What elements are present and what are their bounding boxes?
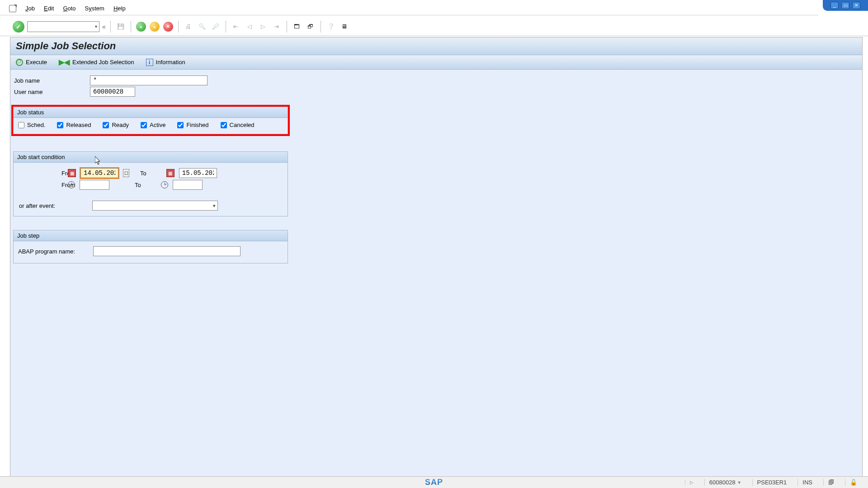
window-controls: _ ▭ ✕ (823, 0, 868, 11)
calendar-from-icon[interactable]: ▦ (68, 169, 76, 177)
document-icon[interactable] (9, 5, 16, 12)
information-button[interactable]: i Information (146, 59, 185, 66)
menu-system-label: System (85, 5, 104, 12)
to-time-label: To (135, 182, 141, 188)
status-icon-1[interactable]: 🗐 (823, 479, 839, 486)
finished-label: Finished (186, 122, 208, 128)
action-bar: Execute ▶◀ Extended Job Selection i Info… (10, 55, 862, 70)
user-name-input[interactable] (90, 87, 135, 97)
menu-job-label: ob (28, 5, 35, 12)
extended-label: Extended Job Selection (72, 59, 134, 66)
help-icon[interactable]: ❔ (326, 21, 336, 32)
prev-page-icon[interactable]: ◁ (244, 21, 255, 32)
shortcut-icon[interactable]: 🗗 (305, 21, 316, 32)
layout-icon[interactable]: 🖥 (339, 21, 350, 32)
toolbar-separator (321, 21, 321, 33)
cancel-button[interactable]: ✕ (163, 21, 174, 32)
menu-edit[interactable]: Edit (44, 5, 54, 12)
enter-button[interactable]: ✓ (13, 21, 24, 33)
toolbar-separator (131, 21, 131, 33)
toolbar-separator (287, 21, 287, 33)
execute-button[interactable]: Execute (16, 59, 47, 66)
content-area: Simple Job Selection Execute ▶◀ Extended… (10, 37, 863, 476)
print-icon[interactable]: 🖨 (183, 21, 194, 32)
execute-label: Execute (26, 59, 47, 66)
job-name-label: Job name (13, 77, 90, 84)
exit-button[interactable]: « (149, 21, 160, 32)
toolbar-separator (110, 21, 111, 33)
from-date-input[interactable] (80, 168, 118, 178)
execute-icon (16, 59, 23, 66)
calendar-to-icon[interactable]: ▦ (166, 169, 175, 177)
find-next-icon[interactable]: 🔎 (210, 21, 221, 32)
from-date-label: From (18, 170, 63, 177)
menu-goto-label: oto (68, 5, 76, 12)
extended-icon: ▶◀ (59, 58, 70, 66)
job-name-input[interactable] (90, 75, 208, 85)
status-icon-2[interactable]: 🔓 (845, 479, 862, 486)
active-label: Active (150, 122, 165, 128)
status-user[interactable]: 60080028 ▼ (704, 479, 746, 486)
last-page-icon[interactable]: ⇥ (271, 21, 282, 32)
menu-goto[interactable]: Goto (63, 5, 75, 12)
job-status-title: Job status (14, 107, 288, 118)
status-system: PSE03ER1 (752, 479, 792, 486)
canceled-checkbox[interactable]: Canceled (221, 122, 255, 128)
released-label: Released (66, 122, 91, 128)
from-time-label: From (18, 182, 63, 188)
menu-help-label: elp (118, 5, 125, 12)
menu-edit-label: dit (48, 5, 54, 12)
menu-help[interactable]: Help (113, 5, 126, 12)
save-icon[interactable]: 💾 (115, 21, 126, 32)
menu-system[interactable]: System (85, 5, 104, 12)
from-time-input[interactable] (80, 180, 109, 190)
back-button[interactable]: « (136, 21, 146, 32)
menu-job[interactable]: Job (25, 5, 35, 12)
status-mode: INS (797, 479, 817, 486)
minimize-button[interactable]: _ (830, 2, 839, 9)
finished-checkbox[interactable]: Finished (177, 122, 208, 128)
info-icon: i (146, 59, 153, 66)
first-page-icon[interactable]: ⇤ (231, 21, 241, 32)
job-start-condition-group: Job start condition From ▦ ☐ To ▦ From (13, 151, 288, 216)
clock-to-icon[interactable] (161, 181, 168, 188)
to-time-input[interactable] (173, 180, 203, 190)
after-event-combo[interactable] (92, 201, 218, 211)
page-title: Simple Job Selection (16, 40, 857, 52)
form-area: Job name User name Job status Sched. Rel… (10, 70, 862, 476)
page-title-bar: Simple Job Selection (10, 38, 862, 55)
status-nav[interactable]: ▷ (685, 480, 698, 485)
abap-program-input[interactable] (93, 246, 241, 256)
toolbar-separator (178, 21, 179, 33)
sched-label: Sched. (27, 122, 45, 128)
after-event-label: or after event: (19, 202, 55, 209)
to-date-input[interactable] (179, 168, 217, 178)
sched-checkbox[interactable]: Sched. (18, 122, 45, 128)
find-icon[interactable]: 🔍 (197, 21, 208, 32)
ready-checkbox[interactable]: Ready (103, 122, 129, 128)
toolbar: ✓ « 💾 « « ✕ 🖨 🔍 🔎 ⇤ ◁ ▷ ⇥ 🗔 🗗 ❔ 🖥 (0, 17, 868, 36)
close-button[interactable]: ✕ (852, 2, 860, 9)
clock-from-icon[interactable] (68, 181, 75, 188)
abap-program-label: ABAP program name: (18, 248, 93, 255)
maximize-button[interactable]: ▭ (841, 2, 849, 9)
active-checkbox[interactable]: Active (141, 122, 165, 128)
canceled-label: Canceled (230, 122, 255, 128)
toolbar-separator (226, 21, 226, 33)
job-step-title: Job step (14, 230, 288, 241)
back-double-icon[interactable]: « (102, 23, 106, 30)
extended-selection-button[interactable]: ▶◀ Extended Job Selection (59, 58, 134, 66)
released-checkbox[interactable]: Released (57, 122, 91, 128)
new-session-icon[interactable]: 🗔 (292, 21, 302, 32)
menu-bar: Job Edit Goto System Help (0, 2, 818, 15)
next-page-icon[interactable]: ▷ (258, 21, 269, 32)
information-label: Information (156, 59, 185, 66)
status-bar: SAP ▷ 60080028 ▼ PSE03ER1 INS 🗐 🔓 (0, 476, 868, 488)
to-date-label: To (140, 170, 146, 177)
ready-label: Ready (112, 122, 129, 128)
job-start-title: Job start condition (14, 152, 288, 163)
job-step-group: Job step ABAP program name: (13, 230, 288, 263)
from-date-f4-button[interactable]: ☐ (123, 169, 129, 177)
command-field[interactable] (27, 21, 99, 32)
sap-logo: SAP (425, 478, 443, 487)
